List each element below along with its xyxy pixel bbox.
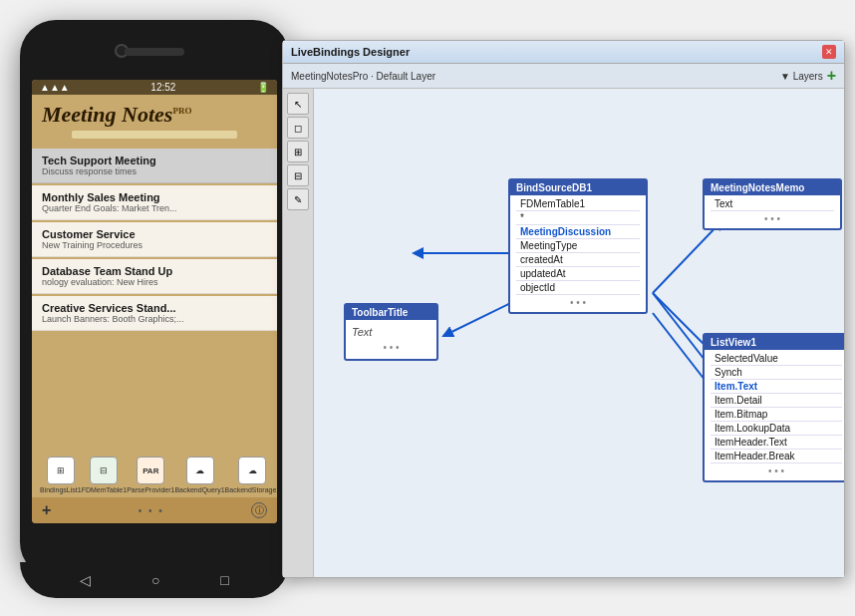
info-button[interactable]: ⓘ [251,502,267,518]
app-title-area: Meeting NotesPRO [32,95,277,147]
bind-field-meeting-discussion[interactable]: MeetingDiscussion [516,225,640,239]
svg-line-4 [653,220,722,293]
designer-titlebar: LiveBindings Designer ✕ [283,41,844,64]
add-layer-button[interactable]: + [827,67,836,85]
tape-strip [72,131,237,139]
designer-close-button[interactable]: ✕ [822,45,836,59]
memo-dots: • • • [711,211,834,226]
lv-field-item-text[interactable]: Item.Text [711,380,842,394]
meeting-notes-memo-box[interactable]: MeetingNotesMemo Text • • • [703,178,842,230]
parse-provider-label: ParseProvider1 [127,486,174,493]
recent-button[interactable]: □ [220,572,228,588]
status-signal: ▲▲▲ [40,82,70,93]
fdmemtable-label: FDMemTable1 [82,486,128,493]
listview-header: ListView1 [705,335,844,350]
bind-source-header: BindSourceDB1 [510,180,646,195]
toolbar-title-text: Text [352,324,430,340]
parse-provider-icon-item: PAR ParseProvider1 [127,457,174,493]
meeting-item-4[interactable]: Creative Services Stand... Launch Banner… [32,296,277,331]
designer-content: ↖ ◻ ⊞ ⊟ ✎ [283,89,844,577]
tool-minus[interactable]: ⊟ [287,164,309,186]
bindings-list-icon-item: ⊞ BindingsList1 [40,457,82,493]
breadcrumb-text: MeetingNotesPro · Default Layer [291,71,435,82]
phone-status-bar: ▲▲▲ 12:52 🔋 [32,80,277,95]
toolbar-title-dots: • • • [352,340,430,355]
backend-storage-icon: ☁ [238,457,266,484]
status-icons: 🔋 [257,82,269,93]
livebindings-designer: LiveBindings Designer ✕ MeetingNotesPro … [282,40,845,578]
tool-rect[interactable]: ◻ [287,117,309,139]
tool-pencil[interactable]: ✎ [287,188,309,210]
bind-field-createdat: createdAt [516,253,640,267]
toolbar-title-body: Text • • • [346,320,436,359]
meeting-item-2[interactable]: Customer Service New Training Procedures [32,222,277,257]
phone-nav-bar: ◁ ○ □ [20,562,289,598]
designer-title: LiveBindings Designer [291,46,410,58]
memo-field-text: Text [711,197,834,211]
backend-storage-label: BackendStorage1 [225,486,277,493]
bind-field-meeting-type: MeetingType [516,239,640,253]
bind-field-objectid: objectId [516,281,640,295]
bind-source-body: FDMemTable1 * MeetingDiscussion MeetingT… [510,195,646,312]
lv-field-item-bitmap: Item.Bitmap [711,408,842,422]
fdmemtable-icon: ⊟ [90,457,118,484]
meeting-item-3[interactable]: Database Team Stand Up nology evaluation… [32,259,277,294]
status-time: 12:52 [150,82,175,93]
backend-storage-icon-item: ☁ BackendStorage1 [225,457,277,493]
layers-button[interactable]: ▼ Layers + [780,67,836,85]
meeting-notes-memo-body: Text • • • [705,195,840,228]
app-title: Meeting NotesPRO [42,103,267,127]
bind-field-updatedat: updatedAt [516,267,640,281]
meeting-item-1[interactable]: Monthly Sales Meeting Quarter End Goals:… [32,185,277,220]
backend-query-icon: ☁ [186,457,214,484]
phone-body: ▲▲▲ 12:52 🔋 Meeting NotesPRO Tech Suppor… [20,20,289,578]
lv-field-selectedvalue: SelectedValue [711,352,842,366]
dots-indicator: • • • [139,505,164,516]
fdmemtable-icon-item: ⊟ FDMemTable1 [82,457,128,493]
lv-dots: • • • [711,463,842,478]
phone-mockup: ▲▲▲ 12:52 🔋 Meeting NotesPRO Tech Suppor… [20,20,309,598]
lv-field-itemheader-break: ItemHeader.Break [711,450,842,463]
lv-field-itemheader-text: ItemHeader.Text [711,436,842,450]
bind-field-star: * [516,211,640,225]
lv-field-synch: Synch [711,366,842,380]
tool-cursor[interactable]: ↖ [287,93,309,115]
phone-speaker [125,48,184,56]
bindings-list-icon: ⊞ [47,457,75,484]
toolbar-title-box[interactable]: ToolbarTitle Text • • • [344,303,438,361]
add-bar: + • • • ⓘ [32,497,277,523]
meeting-item-0[interactable]: Tech Support Meeting Discuss response ti… [32,149,277,183]
backend-query-label: BackendQuery1 [174,486,224,493]
meeting-notes-memo-header: MeetingNotesMemo [705,180,840,195]
add-button[interactable]: + [42,501,51,519]
bind-field-fdmemtable: FDMemTable1 [516,197,640,211]
toolbar-title-header: ToolbarTitle [346,305,436,320]
listview-box[interactable]: ListView1 SelectedValue Synch Item.Text … [703,333,844,482]
home-button[interactable]: ○ [151,572,159,588]
bind-source-more: • • • [516,295,640,310]
designer-breadcrumb: MeetingNotesPro · Default Layer ▼ Layers… [283,64,844,89]
backend-query-icon-item: ☁ BackendQuery1 [174,457,224,493]
phone-screen: ▲▲▲ 12:52 🔋 Meeting NotesPRO Tech Suppor… [32,80,277,523]
designer-canvas: BindSourceDB1 FDMemTable1 * MeetingDiscu… [314,89,844,577]
lv-field-item-detail: Item.Detail [711,394,842,408]
bindings-list-label: BindingsList1 [40,486,82,493]
back-button[interactable]: ◁ [80,572,91,588]
lv-field-item-lookupdata: Item.LookupData [711,422,842,436]
tool-grid[interactable]: ⊞ [287,141,309,162]
designer-toolbar: ↖ ◻ ⊞ ⊟ ✎ [283,89,314,577]
listview-body: SelectedValue Synch Item.Text Item.Detai… [705,350,844,480]
parse-provider-icon: PAR [137,457,164,484]
bind-source-db-box[interactable]: BindSourceDB1 FDMemTable1 * MeetingDiscu… [508,178,648,314]
meeting-list: Tech Support Meeting Discuss response ti… [32,147,277,453]
bottom-icons-area: ⊞ BindingsList1 ⊟ FDMemTable1 PAR ParseP… [32,453,277,497]
